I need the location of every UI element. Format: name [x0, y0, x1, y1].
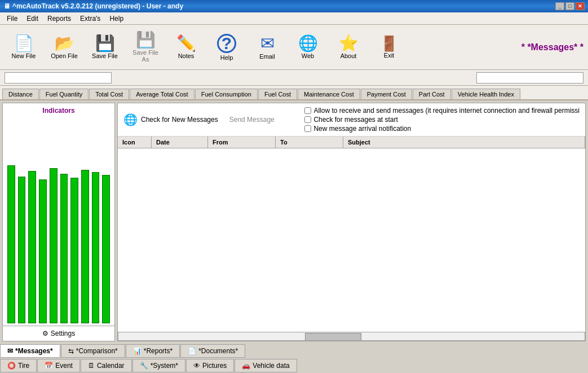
calendar-tab-label: Calendar: [97, 362, 125, 370]
tire-tab-icon: ⭕: [7, 362, 16, 370]
open-file-button[interactable]: 📂 Open File: [45, 28, 83, 67]
about-button[interactable]: ⭐ About: [329, 28, 368, 67]
tab-vehicle-data[interactable]: 🚗 Vehicle data: [235, 359, 297, 372]
save-file-button[interactable]: 💾 Save File: [86, 28, 124, 67]
col-subject: Subject: [343, 137, 585, 148]
tab-average-total-cost[interactable]: Average Total Cost: [130, 89, 194, 99]
menu-help[interactable]: Help: [105, 14, 128, 24]
menu-reports[interactable]: Reports: [43, 14, 76, 24]
comparison-tab-label: *Comparison*: [76, 347, 118, 355]
col-to: To: [276, 137, 343, 148]
messages-panel: 🌐 Check for New Messages Send Message Al…: [117, 103, 586, 341]
email-button[interactable]: ✉ Email: [248, 28, 286, 67]
web-button[interactable]: 🌐 Web: [289, 28, 327, 67]
tab-tire[interactable]: ⭕ Tire: [0, 359, 37, 372]
tab-maintenance-cost[interactable]: Maintenance Cost: [298, 89, 360, 99]
web-icon: 🌐: [298, 36, 318, 51]
tabs-bar: Distance Fuel Quantity Total Cost Averag…: [0, 86, 588, 100]
check-messages-label: Check for New Messages: [141, 116, 218, 124]
tire-tab-label: Tire: [18, 362, 29, 370]
check-messages-button[interactable]: 🌐 Check for New Messages: [123, 113, 218, 126]
help-button[interactable]: ? Help: [207, 28, 246, 67]
title-bar: 🖥 ^mcAutoTrack v5.2.0.212 (unregistered)…: [0, 0, 588, 12]
col-date: Date: [152, 137, 208, 148]
tab-calendar[interactable]: 🗓 Calendar: [81, 359, 132, 372]
settings-button[interactable]: ⚙ Settings: [3, 326, 114, 341]
menu-extras[interactable]: Extra's: [76, 14, 105, 24]
messages-table: Icon Date From To Subject: [118, 137, 585, 341]
tab-comparison[interactable]: ⇆ *Comparison*: [61, 344, 125, 358]
indicator-bar-10: [102, 175, 110, 323]
col-icon: Icon: [118, 137, 152, 148]
table-scroll-area[interactable]: [118, 148, 585, 278]
about-label: About: [341, 52, 357, 59]
message-globe-icon: 🌐: [123, 113, 138, 126]
system-tab-icon: 🔧: [140, 362, 148, 370]
send-message-button[interactable]: Send Message: [229, 116, 275, 124]
comparison-tab-icon: ⇆: [68, 347, 74, 355]
help-icon: ?: [217, 34, 236, 53]
check-at-start-checkbox[interactable]: [304, 116, 311, 123]
window-title: ^mcAutoTrack v5.2.0.212 (unregistered) -…: [12, 2, 183, 10]
indicator-bar-4: [39, 179, 47, 323]
tab-distance[interactable]: Distance: [2, 89, 39, 99]
main-content: Indicators ⚙ Settings 🌐 Check for New Me…: [0, 100, 588, 344]
notes-label: Notes: [178, 52, 194, 59]
tab-fuel-consumption[interactable]: Fuel Consumption: [195, 89, 258, 99]
notes-icon: ✏️: [176, 36, 196, 51]
search-input-right[interactable]: [476, 72, 583, 84]
tab-reports[interactable]: 📊 *Reports*: [126, 344, 180, 358]
minimize-button[interactable]: _: [555, 2, 564, 10]
tab-total-cost[interactable]: Total Cost: [89, 89, 129, 99]
notes-button[interactable]: ✏️ Notes: [167, 28, 205, 67]
new-file-icon: 📄: [14, 36, 34, 51]
allow-receive-send-checkbox[interactable]: [304, 107, 311, 114]
tab-part-cost[interactable]: Part Cost: [413, 89, 451, 99]
messages-tab-label: *Messages*: [15, 347, 53, 355]
indicator-bar-8: [81, 170, 89, 323]
indicator-bar-5: [50, 168, 58, 323]
check-at-start-row: Check for messages at start: [304, 116, 580, 124]
tab-event[interactable]: 📅 Event: [37, 359, 80, 372]
tab-documents[interactable]: 📄 *Documents*: [180, 344, 245, 358]
tab-fuel-quantity[interactable]: Fuel Quantity: [39, 89, 89, 99]
new-arrival-checkbox[interactable]: [304, 125, 311, 132]
tab-system[interactable]: 🔧 *System*: [132, 359, 185, 372]
toolbar: 📄 New File 📂 Open File 💾 Save File 💾 Sav…: [0, 25, 588, 70]
scrollbar-thumb[interactable]: [305, 333, 361, 341]
search-input-left[interactable]: [5, 72, 112, 84]
tab-messages[interactable]: ✉ *Messages*: [0, 344, 60, 358]
tab-fuel-cost[interactable]: Fuel Cost: [258, 89, 297, 99]
maximize-button[interactable]: □: [565, 2, 574, 10]
save-file-as-button: 💾 Save File As: [126, 28, 165, 67]
exit-icon: 🚪: [380, 36, 398, 51]
menu-edit[interactable]: Edit: [22, 14, 43, 24]
indicator-bar-3: [28, 171, 36, 323]
menu-file[interactable]: File: [2, 14, 22, 24]
messages-tab-icon: ✉: [7, 347, 13, 355]
save-file-as-icon: 💾: [136, 32, 156, 48]
new-file-label: New File: [12, 52, 36, 59]
vehicle-data-tab-label: Vehicle data: [253, 362, 289, 370]
exit-button[interactable]: 🚪 Exit: [370, 28, 408, 67]
open-file-label: Open File: [51, 52, 78, 59]
pictures-tab-icon: 👁: [193, 362, 200, 370]
new-file-button[interactable]: 📄 New File: [5, 28, 43, 67]
event-tab-label: Event: [55, 362, 73, 370]
documents-tab-icon: 📄: [188, 347, 196, 355]
tab-pictures[interactable]: 👁 Pictures: [186, 359, 234, 372]
tab-vehicle-health-index[interactable]: Vehicle Health Index: [452, 89, 520, 99]
exit-label: Exit: [384, 52, 394, 59]
indicator-bar-1: [7, 165, 15, 323]
indicators-bars: [3, 118, 114, 326]
tab-payment-cost[interactable]: Payment Cost: [361, 89, 412, 99]
about-icon: ⭐: [339, 36, 359, 51]
email-icon: ✉: [260, 35, 275, 52]
indicators-title: Indicators: [3, 103, 114, 118]
horizontal-scrollbar[interactable]: [118, 332, 585, 341]
close-button[interactable]: ✕: [576, 2, 585, 10]
new-arrival-label: New message arrival notification: [313, 125, 411, 133]
col-from: From: [208, 137, 276, 148]
menu-bar: File Edit Reports Extra's Help: [0, 12, 588, 25]
allow-receive-send-row: Allow to receive and send messages (it r…: [304, 107, 580, 115]
